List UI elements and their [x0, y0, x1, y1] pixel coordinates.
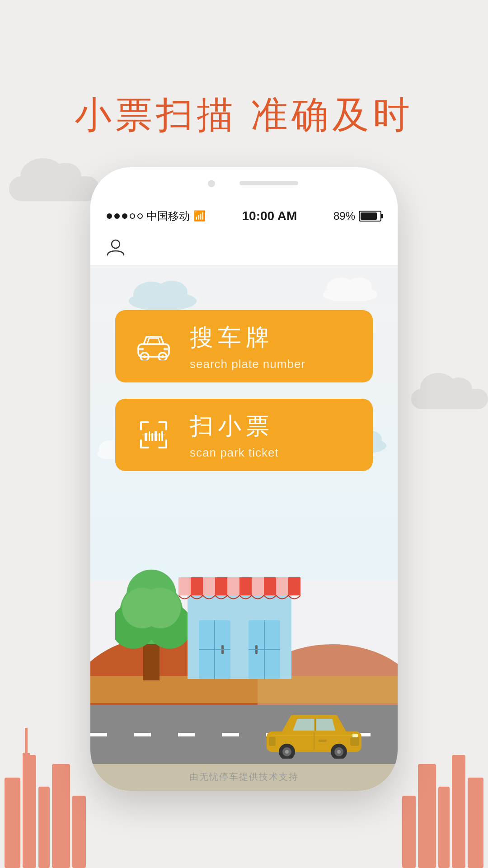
svg-rect-5: [25, 728, 28, 755]
svg-point-18: [347, 278, 372, 296]
svg-rect-41: [143, 640, 160, 680]
search-plate-text: 搜车牌 search plate number: [190, 322, 305, 371]
road-dash: [178, 733, 195, 736]
svg-rect-50: [178, 577, 191, 595]
status-right: 89%: [333, 210, 381, 222]
signal-dot-5: [137, 213, 143, 219]
svg-point-70: [285, 750, 289, 754]
bg-cloud-right: [411, 389, 488, 409]
svg-rect-2: [38, 787, 50, 868]
road-dash: [90, 733, 107, 736]
car-icon: [136, 332, 171, 360]
svg-rect-6: [23, 753, 30, 757]
signal-dot-3: [122, 213, 127, 219]
phone-cloud-2: [321, 274, 380, 301]
page-title: 小票扫描 准确及时: [0, 90, 488, 140]
svg-rect-3: [52, 764, 70, 868]
svg-rect-8: [418, 764, 436, 868]
city-skyline-right: [398, 687, 488, 868]
scan-ticket-text: 扫小票 scan park ticket: [190, 410, 279, 460]
svg-point-15: [156, 281, 188, 303]
svg-rect-25: [138, 344, 169, 357]
svg-rect-4: [72, 796, 86, 868]
svg-rect-10: [452, 755, 465, 868]
search-plate-chinese: 搜车牌: [190, 322, 274, 354]
svg-rect-34: [151, 433, 153, 441]
svg-point-28: [143, 355, 146, 358]
svg-rect-35: [155, 431, 157, 441]
phone-cloud-1: [127, 278, 199, 310]
phone-top-hardware: [90, 167, 398, 203]
car-icon-wrap: [136, 332, 172, 360]
battery-percent: 89%: [333, 210, 355, 222]
status-time: 10:00 AM: [242, 209, 297, 223]
svg-point-73: [337, 750, 341, 754]
signal-dot-4: [130, 213, 135, 219]
phone-frame: 中国移动 📶 10:00 AM 89%: [90, 167, 398, 791]
search-plate-button[interactable]: 搜车牌 search plate number: [115, 310, 373, 382]
user-icon-button[interactable]: [104, 235, 127, 259]
svg-rect-7: [402, 796, 416, 868]
battery-fill: [361, 212, 377, 220]
svg-rect-65: [350, 737, 359, 746]
building: [178, 552, 300, 679]
svg-rect-33: [149, 431, 150, 441]
road-dash: [222, 733, 239, 736]
svg-rect-1: [23, 755, 36, 868]
search-plate-english: search plate number: [190, 357, 305, 371]
svg-rect-30: [139, 348, 144, 350]
svg-point-47: [140, 588, 181, 628]
svg-rect-31: [164, 348, 168, 350]
svg-rect-75: [319, 740, 327, 742]
scan-ticket-chinese: 扫小票: [190, 410, 274, 442]
scene-illustration: 由无忧停车提供技术支持: [90, 529, 398, 791]
signal-dot-2: [114, 213, 120, 219]
wifi-icon: 📶: [193, 210, 206, 222]
svg-rect-36: [159, 433, 160, 441]
svg-rect-51: [203, 577, 215, 595]
signal-dot-1: [107, 213, 112, 219]
tree: [115, 567, 188, 680]
app-header: [90, 229, 398, 265]
app-content: 搜车牌 search plate number: [90, 265, 398, 791]
phone-speaker: [239, 181, 298, 185]
svg-rect-11: [468, 778, 483, 868]
qrcode-icon: [137, 419, 170, 451]
user-icon: [106, 237, 126, 257]
svg-rect-67: [352, 734, 358, 737]
bg-cloud-left: [9, 176, 99, 201]
svg-point-12: [112, 240, 120, 248]
svg-rect-0: [5, 778, 20, 868]
battery-icon: [359, 211, 381, 222]
svg-rect-32: [145, 433, 147, 441]
carrier-text: 中国移动: [146, 209, 190, 223]
status-left: 中国移动 📶: [107, 209, 206, 223]
buttons-container: 搜车牌 search plate number: [115, 310, 373, 471]
footer-text: 由无忧停车提供技术支持: [90, 771, 398, 783]
road-dash: [134, 733, 151, 736]
scan-ticket-button[interactable]: 扫小票 scan park ticket: [115, 399, 373, 471]
signal-dots: [107, 213, 143, 219]
status-bar: 中国移动 📶 10:00 AM 89%: [90, 203, 398, 229]
city-skyline-left: [0, 687, 90, 868]
svg-point-29: [161, 355, 164, 358]
svg-rect-9: [438, 787, 450, 868]
phone-camera: [208, 180, 215, 187]
svg-rect-37: [161, 431, 163, 441]
svg-rect-66: [269, 737, 276, 746]
car: [262, 704, 366, 759]
svg-rect-54: [276, 577, 288, 595]
svg-rect-53: [252, 577, 264, 595]
qrcode-icon-wrap: [136, 419, 172, 451]
svg-rect-52: [227, 577, 239, 595]
scan-ticket-english: scan park ticket: [190, 446, 279, 460]
